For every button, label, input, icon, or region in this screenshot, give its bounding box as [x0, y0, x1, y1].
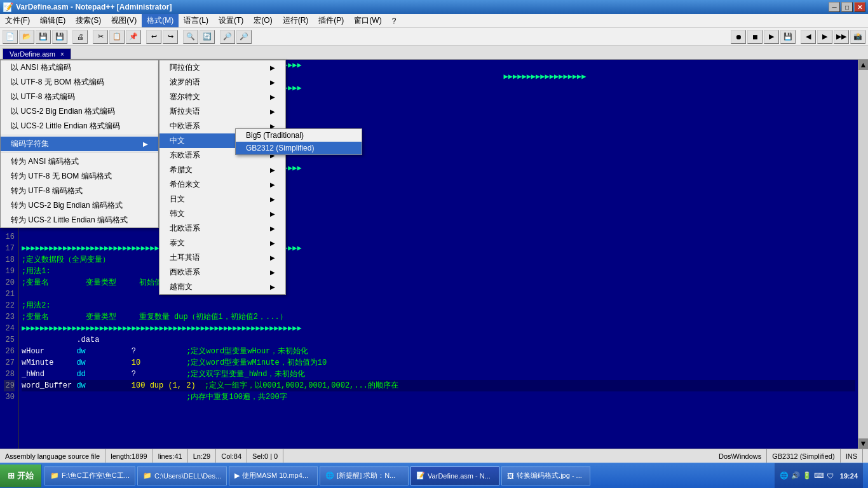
- tab-vardefine[interactable]: VarDefine.asm ×: [3, 48, 71, 59]
- replace-button[interactable]: 🔄: [200, 30, 215, 44]
- charset-status: GB2312 (Simplified): [767, 449, 840, 463]
- taskbar-task-2[interactable]: ▶ 使用MASM 10.mp4...: [229, 466, 318, 485]
- menu-edit[interactable]: 编辑(E): [35, 14, 71, 27]
- copy-button[interactable]: 📋: [109, 30, 125, 44]
- taskbar-task-4[interactable]: 📝 VarDefine.asm - N...: [410, 466, 499, 485]
- charset-turkish[interactable]: 土耳其语 ▶: [159, 250, 285, 265]
- tab-close-icon[interactable]: ×: [60, 51, 64, 58]
- start-button[interactable]: ⊞ 开始: [0, 464, 42, 487]
- macro-play-button[interactable]: ▶: [764, 30, 779, 44]
- paste-button[interactable]: 📌: [126, 30, 141, 44]
- open-button[interactable]: 📂: [19, 30, 34, 44]
- taskbar-task-1[interactable]: 📁 C:\Users\DELL\Des...: [137, 466, 227, 485]
- close-button[interactable]: ✕: [854, 2, 865, 12]
- charset-japanese[interactable]: 日文 ▶: [159, 192, 285, 207]
- code-line-29: word_Buffer dw 100 dup (1, 2) ;定义一组字，以00…: [22, 380, 855, 391]
- macro-stop-button[interactable]: ⏹: [747, 30, 763, 44]
- menu-utf8-nobom[interactable]: 以 UTF-8 无 BOM 格式编码: [1, 75, 158, 90]
- menu-charset-set[interactable]: 编码字符集 ▶: [1, 137, 158, 151]
- menu-ansi-encode[interactable]: 以 ANSI 格式编码: [1, 60, 158, 75]
- macro-save-button[interactable]: 💾: [780, 30, 796, 44]
- task-icon-4: 📝: [416, 471, 425, 480]
- extra-button[interactable]: ▶▶: [834, 30, 849, 44]
- main-area: 12345 678910 1112131415 1617181920 21222…: [0, 60, 868, 449]
- sel-status: Sel : 0 | 0: [247, 449, 283, 463]
- menu-search[interactable]: 搜索(S): [71, 14, 106, 27]
- taskbar-task-3[interactable]: 🌐 [新提醒] 求助：N...: [320, 466, 409, 485]
- snap-button[interactable]: 📸: [850, 30, 865, 44]
- menu-to-utf8[interactable]: 转为 UTF-8 编码格式: [1, 184, 158, 198]
- save-button[interactable]: 💾: [36, 30, 51, 44]
- charset-slavic[interactable]: 斯拉夫语 ▶: [159, 104, 285, 119]
- taskbar-task-0[interactable]: 📁 F:\鱼C工作室\鱼C工...: [44, 466, 135, 485]
- charset-hebrew[interactable]: 希伯来文 ▶: [159, 177, 285, 192]
- window-title: VarDefine.asm - Notepad++ [Administrator…: [16, 3, 172, 11]
- redo-button[interactable]: ↪: [163, 30, 178, 44]
- charset-submenu: 阿拉伯文 ▶ 波罗的语 ▶ 塞尔特文 ▶ 斯拉夫语 ▶ 中欧语系 ▶ 中文 ▶ …: [159, 60, 286, 295]
- menu-ucs2-be[interactable]: 以 UCS-2 Big Endian 格式编码: [1, 104, 158, 119]
- title-bar-controls: ─ □ ✕: [829, 2, 865, 12]
- ln-label: Ln: [193, 452, 201, 460]
- menu-format[interactable]: 格式(M): [142, 14, 179, 27]
- scroll-up-button[interactable]: ▲: [858, 60, 868, 70]
- col-status: Col : 84: [216, 449, 247, 463]
- find-button[interactable]: 🔍: [183, 30, 198, 44]
- charset-korean[interactable]: 韩文 ▶: [159, 207, 285, 221]
- menu-to-utf8-nobom[interactable]: 转为 UTF-8 无 BOM 编码格式: [1, 169, 158, 184]
- menu-to-ucs2-be[interactable]: 转为 UCS-2 Big Endian 编码格式: [1, 198, 158, 213]
- prev-button[interactable]: ◀: [801, 30, 816, 44]
- status-bar: Assembly language source file length: 18…: [0, 449, 868, 463]
- title-bar: 📝 VarDefine.asm - Notepad++ [Administrat…: [0, 0, 868, 14]
- app-icon: 📝: [3, 2, 13, 12]
- charset-thai[interactable]: 泰文 ▶: [159, 236, 285, 250]
- ln-value: 29: [203, 452, 210, 460]
- menu-to-ansi[interactable]: 转为 ANSI 编码格式: [1, 154, 158, 169]
- taskbar-task-5[interactable]: 🖼 转换编码格式.jpg - ...: [501, 466, 590, 485]
- tab-bar: VarDefine.asm ×: [0, 46, 868, 60]
- menu-file[interactable]: 文件(F): [0, 14, 35, 27]
- vertical-scrollbar[interactable]: ▲ ▼: [858, 60, 868, 449]
- task-icon-0: 📁: [50, 471, 59, 480]
- tab-label: VarDefine.asm: [10, 50, 55, 58]
- menu-window[interactable]: 窗口(W): [349, 14, 386, 27]
- menu-macro[interactable]: 宏(O): [248, 14, 277, 27]
- new-button[interactable]: 📄: [3, 30, 18, 44]
- charset-arabic[interactable]: 阿拉伯文 ▶: [159, 60, 285, 75]
- charset-gb2312[interactable]: GB2312 (Simplified): [236, 142, 362, 154]
- charset-western-eu[interactable]: 西欧语系 ▶: [159, 265, 285, 280]
- minimize-button[interactable]: ─: [829, 2, 840, 12]
- macro-record-button[interactable]: ⏺: [731, 30, 746, 44]
- print-button[interactable]: 🖨: [72, 30, 88, 44]
- code-line-26: wHour dw ? ;定义word型变量wHour，未初始化: [22, 346, 855, 357]
- charset-baltic[interactable]: 波罗的语 ▶: [159, 75, 285, 90]
- taskbar-tasks: 📁 F:\鱼C工作室\鱼C工... 📁 C:\Users\DELL\Des...…: [42, 463, 770, 488]
- length-label: length: [111, 452, 130, 460]
- maximize-button[interactable]: □: [841, 2, 853, 12]
- menu-ucs2-le[interactable]: 以 UCS-2 Little Endian 格式编码: [1, 119, 158, 133]
- antivirus-icon: 🛡: [827, 472, 834, 480]
- menu-settings[interactable]: 设置(T): [214, 14, 248, 27]
- save-all-button[interactable]: 💾: [52, 30, 67, 44]
- zoom-out-button[interactable]: 🔎: [236, 30, 252, 44]
- charset-nordic[interactable]: 北欧语系 ▶: [159, 221, 285, 236]
- charset-greek[interactable]: 希腊文 ▶: [159, 163, 285, 177]
- menu-utf8-encode[interactable]: 以 UTF-8 格式编码: [1, 90, 158, 104]
- menu-view[interactable]: 视图(V): [106, 14, 142, 27]
- menu-run[interactable]: 运行(R): [278, 14, 314, 27]
- next-button[interactable]: ▶: [817, 30, 832, 44]
- menu-help[interactable]: ?: [387, 14, 402, 27]
- zoom-in-button[interactable]: 🔎: [220, 30, 235, 44]
- scroll-down-button[interactable]: ▼: [858, 438, 868, 449]
- menu-plugin[interactable]: 插件(P): [313, 14, 349, 27]
- code-line-28: _hWnd dd ? ;定义双字型变量_hWnd，未初始化: [22, 369, 855, 380]
- network-icon: 🌐: [780, 471, 789, 480]
- menu-to-ucs2-le[interactable]: 转为 UCS-2 Little Endian 编码格式: [1, 213, 158, 227]
- code-line-23: ;变量名 变量类型 重复数量 dup（初始值1，初始值2，...）: [22, 311, 855, 323]
- charset-big5[interactable]: Big5 (Traditional): [236, 129, 362, 142]
- cut-button[interactable]: ✂: [93, 30, 108, 44]
- menu-language[interactable]: 语言(L): [179, 14, 214, 27]
- charset-celtic[interactable]: 塞尔特文 ▶: [159, 90, 285, 104]
- undo-button[interactable]: ↩: [146, 30, 161, 44]
- charset-vietnamese[interactable]: 越南文 ▶: [159, 280, 285, 294]
- charset-western-eu-arrow: ▶: [270, 269, 275, 276]
